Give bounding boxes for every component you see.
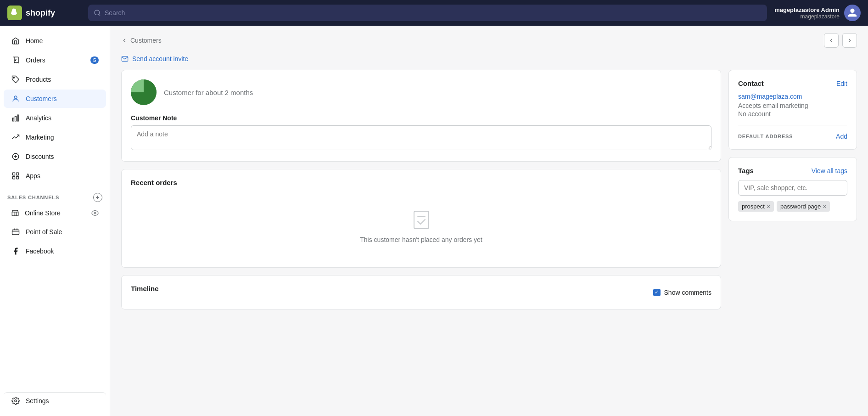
user-avatar[interactable] (844, 5, 861, 21)
tags-title: Tags (738, 167, 754, 174)
sidebar: Home Orders 5 Products Customers A (0, 26, 110, 416)
sidebar-item-pos-label: Point of Sale (26, 228, 62, 236)
sidebar-item-customers-label: Customers (26, 95, 57, 102)
nav-prev-button[interactable] (824, 33, 839, 48)
view-all-tags-button[interactable]: View all tags (812, 167, 847, 174)
facebook-icon (11, 247, 20, 256)
main-layout: Home Orders 5 Products Customers A (0, 26, 868, 416)
recent-orders-card: Recent orders This customer hasn't place… (121, 169, 721, 268)
contact-card: Contact Edit sam@mageplaza.com Accepts e… (728, 70, 857, 150)
home-icon (11, 36, 20, 45)
sidebar-item-orders[interactable]: Orders 5 (4, 51, 106, 69)
customer-note-label: Customer Note (131, 114, 711, 122)
tag-prospect-remove[interactable]: × (767, 203, 770, 210)
empty-orders-state: This customer hasn't placed any orders y… (131, 194, 711, 258)
tag-password-page-label: password page (780, 203, 821, 210)
show-comments-checkbox[interactable]: ✓ (653, 289, 661, 296)
default-address-header: DEFAULT ADDRESS Add (738, 133, 847, 140)
store-icon (11, 209, 19, 217)
right-column: Contact Edit sam@mageplaza.com Accepts e… (728, 70, 857, 405)
add-address-button[interactable]: Add (836, 133, 847, 140)
sidebar-item-customers[interactable]: Customers (4, 90, 106, 108)
user-store: mageplazastore (774, 13, 840, 20)
svg-rect-8 (17, 173, 19, 175)
search-icon (94, 9, 101, 17)
send-invite-label: Send account invite (132, 55, 188, 62)
sidebar-item-online-store[interactable]: Online Store (4, 204, 106, 222)
sidebar-item-settings[interactable]: Settings (4, 392, 106, 410)
contact-header: Contact Edit (738, 79, 847, 87)
left-column: Customer for about 2 months Customer Not… (121, 70, 721, 405)
sidebar-item-facebook[interactable]: Facebook (4, 242, 106, 260)
contact-edit-button[interactable]: Edit (836, 80, 847, 87)
sidebar-item-analytics[interactable]: Analytics (4, 109, 106, 127)
svg-rect-12 (12, 230, 19, 235)
discounts-icon (11, 152, 20, 161)
sidebar-item-discounts[interactable]: Discounts (4, 147, 106, 166)
send-invite-button[interactable]: Send account invite (110, 51, 868, 70)
chevron-right-icon (846, 37, 853, 44)
tags-input[interactable] (738, 180, 847, 196)
sidebar-item-marketing[interactable]: Marketing (4, 128, 106, 146)
search-input[interactable] (105, 9, 762, 17)
customer-since-text: Customer for about 2 months (164, 89, 253, 96)
tags-list: prospect × password page × (738, 201, 847, 212)
contact-account-text: No account (738, 110, 847, 118)
svg-rect-7 (12, 173, 15, 175)
empty-orders-icon (410, 208, 432, 230)
svg-point-2 (14, 96, 17, 99)
timeline-header: Timeline ✓ Show comments (131, 285, 711, 300)
products-icon (11, 75, 20, 84)
breadcrumb[interactable]: Customers (121, 37, 162, 44)
user-name: mageplazastore Admin (774, 6, 840, 13)
sidebar-item-discounts-label: Discounts (26, 153, 54, 160)
sidebar-item-products[interactable]: Products (4, 70, 106, 89)
sidebar-item-products-label: Products (26, 76, 51, 83)
content-top-bar: Customers (110, 26, 868, 51)
search-bar[interactable] (88, 5, 767, 21)
tag-password-page-remove[interactable]: × (823, 203, 826, 210)
svg-rect-5 (17, 115, 19, 121)
svg-point-1 (13, 77, 14, 78)
apps-icon (11, 171, 20, 180)
contact-title: Contact (738, 79, 764, 87)
top-navigation: shopify mageplazastore Admin mageplazast… (0, 0, 868, 26)
contact-email[interactable]: sam@mageplaza.com (738, 93, 847, 100)
svg-rect-9 (12, 177, 15, 179)
logo-text: shopify (26, 8, 55, 18)
sidebar-item-analytics-label: Analytics (26, 114, 51, 122)
shopify-logo-icon (7, 6, 22, 20)
customer-avatar (131, 79, 157, 105)
logo: shopify (7, 6, 81, 20)
back-chevron-icon (121, 37, 128, 44)
sidebar-item-online-store-label: Online Store (25, 209, 61, 217)
settings-icon (11, 396, 20, 405)
pos-icon (11, 227, 20, 236)
sidebar-item-facebook-label: Facebook (26, 247, 54, 255)
nav-next-button[interactable] (842, 33, 857, 48)
sales-channels-label: SALES CHANNELS + (0, 186, 110, 204)
orders-badge: 5 (90, 56, 99, 64)
default-address-title: DEFAULT ADDRESS (738, 134, 793, 139)
orders-icon (11, 56, 20, 65)
customer-note-input[interactable] (131, 125, 711, 150)
customer-header-card: Customer for about 2 months Customer Not… (121, 70, 721, 162)
svg-rect-10 (17, 177, 19, 179)
add-sales-channel-icon[interactable]: + (93, 193, 102, 202)
timeline-title: Timeline (131, 285, 159, 292)
show-comments-toggle[interactable]: ✓ Show comments (653, 289, 711, 296)
contact-divider (738, 125, 847, 125)
customers-icon (11, 94, 20, 103)
tag-password-page: password page × (777, 201, 830, 212)
sidebar-item-point-of-sale[interactable]: Point of Sale (4, 223, 106, 241)
sidebar-item-home[interactable]: Home (4, 32, 106, 50)
tags-header: Tags View all tags (738, 167, 847, 174)
svg-rect-3 (12, 118, 14, 121)
tags-card: Tags View all tags prospect × password p… (728, 157, 857, 221)
empty-orders-text: This customer hasn't placed any orders y… (360, 236, 482, 243)
customer-header: Customer for about 2 months (131, 79, 711, 105)
sidebar-item-apps-label: Apps (26, 172, 40, 180)
sidebar-item-apps[interactable]: Apps (4, 167, 106, 185)
eye-icon (91, 209, 99, 217)
tag-prospect-label: prospect (742, 203, 765, 210)
